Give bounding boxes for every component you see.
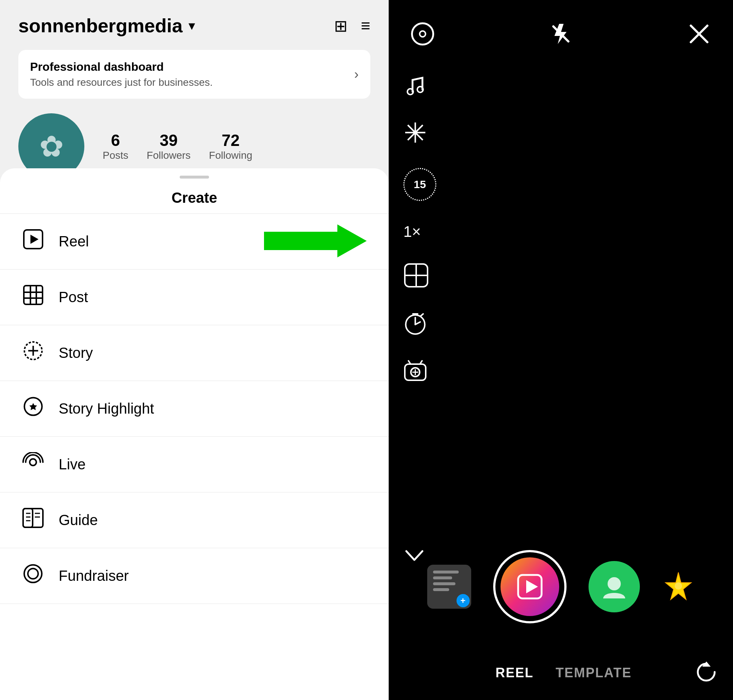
live-icon <box>22 452 44 477</box>
svg-marker-47 <box>526 580 538 593</box>
menu-item-story-highlight[interactable]: Story Highlight <box>0 381 389 437</box>
svg-point-50 <box>675 582 682 590</box>
username: sonnenbergmedia <box>18 15 183 37</box>
capture-row: + <box>389 543 733 660</box>
guide-icon <box>22 508 44 532</box>
followers-label: Followers <box>147 150 191 161</box>
left-panel: sonnenbergmedia ▾ ⊞ ≡ Professional dashb… <box>0 0 389 700</box>
effects-control[interactable] <box>403 121 436 146</box>
menu-item-post[interactable]: Post <box>0 269 389 325</box>
reel-icon <box>22 229 44 254</box>
music-control[interactable] <box>403 74 436 99</box>
speed-label: 1× <box>403 223 421 240</box>
menu-item-live[interactable]: Live <box>0 437 389 493</box>
svg-point-21 <box>28 569 38 579</box>
menu-item-reel[interactable]: Reel <box>0 214 389 269</box>
header-icons: ⊞ ≡ <box>334 16 370 35</box>
menu-item-guide[interactable]: Guide <box>0 493 389 548</box>
close-icon[interactable] <box>687 22 711 51</box>
layout-control[interactable] <box>403 263 436 290</box>
svg-point-22 <box>412 24 433 45</box>
story-highlight-icon <box>22 396 44 421</box>
capture-button-inner <box>500 557 559 616</box>
avatar-image: ✿ <box>39 129 64 163</box>
username-chevron-icon[interactable]: ▾ <box>188 18 195 33</box>
reel-label: Reel <box>59 233 89 250</box>
camera-add-control[interactable] <box>403 359 436 384</box>
svg-point-23 <box>420 31 426 37</box>
right-panel: 15 1× <box>389 0 733 700</box>
svg-marker-1 <box>31 235 38 244</box>
guide-label: Guide <box>59 512 98 528</box>
story-icon <box>22 341 44 365</box>
countdown-control[interactable] <box>403 312 436 337</box>
effects-button[interactable] <box>662 569 695 604</box>
svg-point-48 <box>608 577 621 590</box>
sheet-title: Create <box>0 182 389 214</box>
svg-point-12 <box>30 459 36 466</box>
svg-marker-2 <box>264 224 366 257</box>
story-highlight-label: Story Highlight <box>59 400 154 417</box>
followers-stat: 39 Followers <box>147 131 191 161</box>
svg-marker-25 <box>555 24 567 44</box>
posts-count: 6 <box>111 131 120 150</box>
following-label: Following <box>209 150 252 161</box>
svg-rect-3 <box>24 286 43 304</box>
timer-control[interactable]: 15 <box>403 168 436 201</box>
live-label: Live <box>59 456 85 473</box>
green-arrow <box>264 224 366 259</box>
sheet-handle <box>180 176 209 179</box>
following-stat: 72 Following <box>209 131 252 161</box>
svg-rect-14 <box>23 509 32 527</box>
flash-off-icon[interactable] <box>549 22 573 51</box>
create-sheet: Create Reel <box>0 168 389 700</box>
svg-point-34 <box>413 131 418 135</box>
menu-icon[interactable]: ≡ <box>361 16 370 35</box>
pro-dashboard-chevron-icon: › <box>354 67 359 82</box>
svg-point-20 <box>24 565 42 583</box>
rotate-icon[interactable] <box>695 660 718 685</box>
post-label: Post <box>59 289 88 306</box>
followers-count: 39 <box>159 131 178 150</box>
username-row: sonnenbergmedia ▾ ⊞ ≡ <box>18 15 370 37</box>
menu-item-story[interactable]: Story <box>0 325 389 381</box>
following-count: 72 <box>222 131 240 150</box>
pro-dashboard-subtitle: Tools and resources just for businesses. <box>30 76 213 88</box>
posts-stat: 6 Posts <box>103 131 128 161</box>
timer-label: 15 <box>414 178 426 191</box>
pro-dashboard-text: Professional dashboard Tools and resourc… <box>30 60 213 88</box>
post-icon <box>22 285 44 309</box>
top-bar <box>389 0 733 65</box>
fundraiser-label: Fundraiser <box>59 568 129 584</box>
capture-button[interactable] <box>493 550 567 624</box>
svg-line-40 <box>415 322 421 325</box>
gallery-plus-badge: + <box>456 594 470 607</box>
gallery-thumbnail[interactable]: + <box>427 565 471 609</box>
pro-dashboard[interactable]: Professional dashboard Tools and resourc… <box>18 50 370 99</box>
tab-template[interactable]: TEMPLATE <box>555 665 631 681</box>
bottom-area: + <box>389 543 733 700</box>
profile-avatar-button[interactable] <box>589 561 640 612</box>
speed-control[interactable]: 1× <box>403 223 436 241</box>
settings-icon[interactable] <box>411 22 434 51</box>
menu-item-fundraiser[interactable]: Fundraiser <box>0 548 389 604</box>
side-controls: 15 1× <box>403 74 436 384</box>
add-icon[interactable]: ⊞ <box>334 16 347 35</box>
fundraiser-icon <box>22 563 44 588</box>
mode-tabs-row: REEL TEMPLATE <box>389 660 733 700</box>
posts-label: Posts <box>103 150 128 161</box>
pro-dashboard-title: Professional dashboard <box>30 60 213 74</box>
story-label: Story <box>59 345 93 361</box>
tab-reel[interactable]: REEL <box>495 665 534 681</box>
